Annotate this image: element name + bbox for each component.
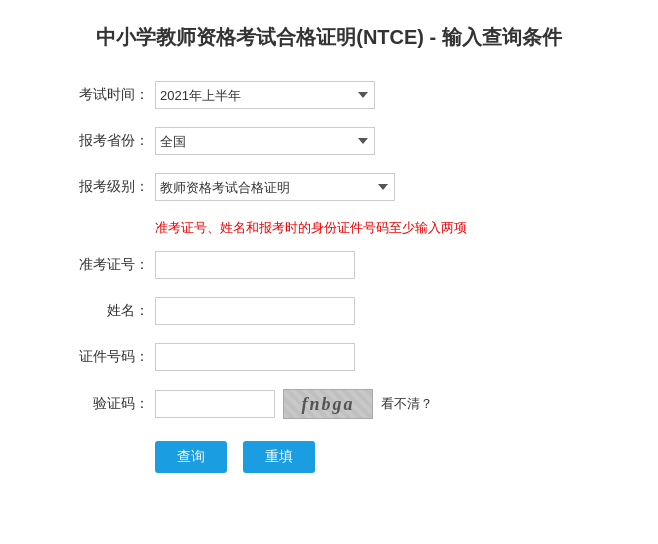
exam-time-select[interactable]: 2021年上半年 2021年下半年 2020年上半年 2020年下半年	[155, 81, 375, 109]
reset-button[interactable]: 重填	[243, 441, 315, 473]
province-row: 报考省份 全国 北京 上海 广东	[59, 127, 599, 155]
exam-time-select-wrapper: 2021年上半年 2021年下半年 2020年上半年 2020年下半年	[155, 81, 375, 109]
form-container: 考试时间 2021年上半年 2021年下半年 2020年上半年 2020年下半年…	[39, 71, 619, 503]
page-title: 中小学教师资格考试合格证明(NTCE) - 输入查询条件	[0, 0, 658, 71]
id-number-label: 证件号码	[59, 348, 149, 366]
captcha-refresh[interactable]: 看不清？	[381, 395, 433, 413]
name-label: 姓名	[59, 302, 149, 320]
captcha-text: fnbga	[301, 394, 354, 415]
button-row: 查询 重填	[155, 441, 599, 473]
captcha-label: 验证码	[59, 395, 149, 413]
level-select[interactable]: 教师资格考试合格证明 幼儿园 小学 初中 高中	[155, 173, 395, 201]
level-label: 报考级别	[59, 178, 149, 196]
id-number-input[interactable]	[155, 343, 355, 371]
province-label: 报考省份	[59, 132, 149, 150]
level-row: 报考级别 教师资格考试合格证明 幼儿园 小学 初中 高中	[59, 173, 599, 201]
province-select-wrapper: 全国 北京 上海 广东	[155, 127, 375, 155]
name-row: 姓名	[59, 297, 599, 325]
captcha-input[interactable]	[155, 390, 275, 418]
exam-number-row: 准考证号	[59, 251, 599, 279]
exam-time-label: 考试时间	[59, 86, 149, 104]
exam-number-input[interactable]	[155, 251, 355, 279]
exam-number-label: 准考证号	[59, 256, 149, 274]
captcha-controls: fnbga 看不清？	[155, 389, 433, 419]
captcha-row: 验证码 fnbga 看不清？	[59, 389, 599, 419]
id-number-row: 证件号码	[59, 343, 599, 371]
level-select-wrapper: 教师资格考试合格证明 幼儿园 小学 初中 高中	[155, 173, 395, 201]
captcha-image[interactable]: fnbga	[283, 389, 373, 419]
province-select[interactable]: 全国 北京 上海 广东	[155, 127, 375, 155]
error-message: 准考证号、姓名和报考时的身份证件号码至少输入两项	[155, 219, 599, 237]
query-button[interactable]: 查询	[155, 441, 227, 473]
name-input[interactable]	[155, 297, 355, 325]
exam-time-row: 考试时间 2021年上半年 2021年下半年 2020年上半年 2020年下半年	[59, 81, 599, 109]
